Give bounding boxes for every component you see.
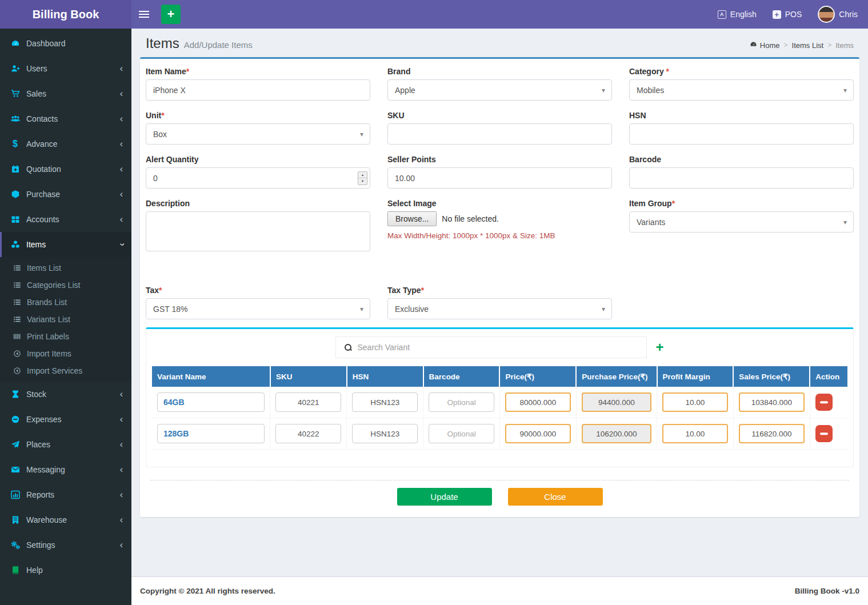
- sidebar-item-warehouse[interactable]: Warehouse‹: [0, 507, 131, 532]
- field-barcode: Barcode: [629, 155, 854, 189]
- variant-sku-field[interactable]: [275, 424, 341, 443]
- calendar-plus-icon: [10, 165, 20, 174]
- hsn-label: HSN: [629, 111, 854, 120]
- brand-select[interactable]: Apple▾: [387, 79, 612, 101]
- remove-variant-button[interactable]: [815, 394, 833, 411]
- sidebar-item-help[interactable]: Help: [0, 558, 131, 583]
- variant-price-field[interactable]: [505, 424, 571, 443]
- variant-sales-price-field[interactable]: [739, 424, 805, 443]
- sidebar-item-expenses[interactable]: Expenses‹: [0, 407, 131, 432]
- sidebar-item-accounts[interactable]: Accounts‹: [0, 207, 131, 232]
- sidebar-item-settings[interactable]: Settings‹: [0, 532, 131, 558]
- remove-variant-button[interactable]: [815, 425, 833, 442]
- item-group-select[interactable]: Variants▾: [629, 211, 854, 233]
- variant-barcode-field[interactable]: [429, 392, 494, 412]
- item-form-card: Item Name*BrandApple▾Category *Mobiles▾U…: [140, 57, 859, 517]
- variant-price-field[interactable]: [505, 392, 571, 412]
- sidebar-item-advance[interactable]: $Advance‹: [0, 131, 131, 157]
- tax-select[interactable]: GST 18%▾: [146, 298, 370, 319]
- sidebar-item-label: Users: [26, 64, 47, 73]
- list-icon: [13, 298, 21, 306]
- tax-type-select[interactable]: Exclusive▾: [387, 298, 612, 319]
- sidebar: DashboardUsers‹Sales‹Contacts‹$Advance‹Q…: [0, 29, 131, 605]
- envelope-icon: [10, 465, 20, 474]
- variant-profit-margin-field[interactable]: [662, 392, 728, 412]
- close-button[interactable]: Close: [508, 488, 603, 506]
- chevron-left-icon: ‹: [120, 165, 123, 174]
- sidebar-item-purchase[interactable]: Purchase‹: [0, 182, 131, 207]
- sidebar-item-stock[interactable]: Stock‹: [0, 382, 131, 407]
- main-area: ItemsAdd/Update Items Home> Items List> …: [131, 29, 868, 605]
- sidebar-item-quotation[interactable]: Quotation‹: [0, 157, 131, 182]
- sidebar-subitem-label: Brands List: [27, 298, 67, 307]
- browse-button[interactable]: Browse...: [387, 211, 437, 226]
- grid-icon: [10, 215, 20, 224]
- variant-name-field[interactable]: [157, 392, 265, 412]
- variant-table: Variant NameSKUHSNBarcodePrice(₹)Purchas…: [152, 366, 847, 450]
- alert-quantity-stepper[interactable]: [146, 167, 370, 189]
- category-select[interactable]: Mobiles▾: [629, 79, 854, 101]
- variant-barcode-field[interactable]: [429, 424, 494, 443]
- breadcrumb-items-list[interactable]: Items List: [792, 41, 824, 50]
- item-name-field[interactable]: [146, 79, 370, 101]
- users-icon: [10, 114, 20, 123]
- sidebar-subitem-categories-list[interactable]: Categories List: [0, 277, 131, 294]
- sidebar-item-users[interactable]: Users‹: [0, 56, 131, 81]
- pos-button[interactable]: + POS: [773, 10, 802, 19]
- seller-points-field[interactable]: [387, 167, 612, 189]
- hsn-field[interactable]: [629, 123, 854, 145]
- variant-hsn-field[interactable]: [352, 424, 418, 443]
- variant-name-field[interactable]: [157, 424, 265, 443]
- field-alert-quantity: Alert Quantity▴▾: [146, 155, 370, 189]
- breadcrumb-separator: >: [784, 41, 788, 49]
- number-spinner-icon[interactable]: ▴▾: [358, 171, 367, 185]
- field-select-image: Select ImageBrowse...No file selected.Ma…: [387, 199, 612, 254]
- sidebar-item-items[interactable]: Items‹: [0, 232, 131, 257]
- sidebar-subitem-import-items[interactable]: Import Items: [0, 345, 131, 362]
- sidebar-subitem-items-list[interactable]: Items List: [0, 259, 131, 277]
- page-subtitle: Add/Update Items: [184, 40, 253, 50]
- language-selector[interactable]: A English: [718, 10, 757, 19]
- sidebar-subitem-print-labels[interactable]: Print Labels: [0, 328, 131, 345]
- unit-select[interactable]: Box▾: [146, 123, 370, 145]
- sidebar-subitem-import-services[interactable]: Import Services: [0, 362, 131, 379]
- variant-sku-field[interactable]: [275, 392, 341, 412]
- sidebar-item-label: Purchase: [26, 190, 60, 199]
- user-menu[interactable]: Chris: [818, 6, 858, 23]
- variant-purchase-price-field: [582, 392, 651, 412]
- chevron-down-icon: ▾: [360, 130, 363, 138]
- sidebar-subitem-brands-list[interactable]: Brands List: [0, 294, 131, 311]
- sidebar-item-places[interactable]: Places‹: [0, 432, 131, 457]
- topbar-navbar: + A English + POS Chris: [131, 0, 868, 29]
- sidebar-subitem-variants-list[interactable]: Variants List: [0, 311, 131, 328]
- quick-add-button[interactable]: +: [161, 5, 181, 24]
- hourglass-icon: [10, 390, 20, 399]
- chevron-down-icon: ▾: [843, 86, 847, 94]
- breadcrumb-home[interactable]: Home: [750, 41, 779, 50]
- variant-search-input[interactable]: [357, 343, 646, 352]
- sidebar-item-sales[interactable]: Sales‹: [0, 81, 131, 106]
- breadcrumb: Home> Items List> Items: [750, 41, 854, 51]
- unit-label: Unit*: [146, 111, 370, 120]
- sidebar-item-messaging[interactable]: Messaging‹: [0, 457, 131, 482]
- brand-logo[interactable]: Billing Book: [0, 0, 131, 29]
- chevron-left-icon: ‹: [120, 490, 123, 499]
- column-header-sales-price: Sales Price(₹): [733, 366, 810, 387]
- hamburger-menu-icon[interactable]: [131, 0, 157, 29]
- description-field[interactable]: [146, 211, 370, 251]
- variant-profit-margin-field[interactable]: [662, 424, 728, 443]
- update-button[interactable]: Update: [397, 488, 492, 506]
- variant-hsn-field[interactable]: [352, 392, 418, 412]
- chevron-left-icon: ‹: [120, 215, 123, 224]
- sidebar-item-contacts[interactable]: Contacts‹: [0, 106, 131, 131]
- sku-field[interactable]: [387, 123, 612, 145]
- language-label: English: [730, 10, 757, 19]
- add-variant-button[interactable]: +: [655, 340, 663, 354]
- field-hsn: HSN: [629, 111, 854, 145]
- barcode-field[interactable]: [629, 167, 854, 189]
- sidebar-item-dashboard[interactable]: Dashboard: [0, 31, 131, 56]
- sidebar-item-label: Items: [26, 240, 46, 249]
- sidebar-item-reports[interactable]: Reports‹: [0, 482, 131, 507]
- sidebar-item-label: Help: [26, 566, 43, 575]
- variant-sales-price-field[interactable]: [739, 392, 805, 412]
